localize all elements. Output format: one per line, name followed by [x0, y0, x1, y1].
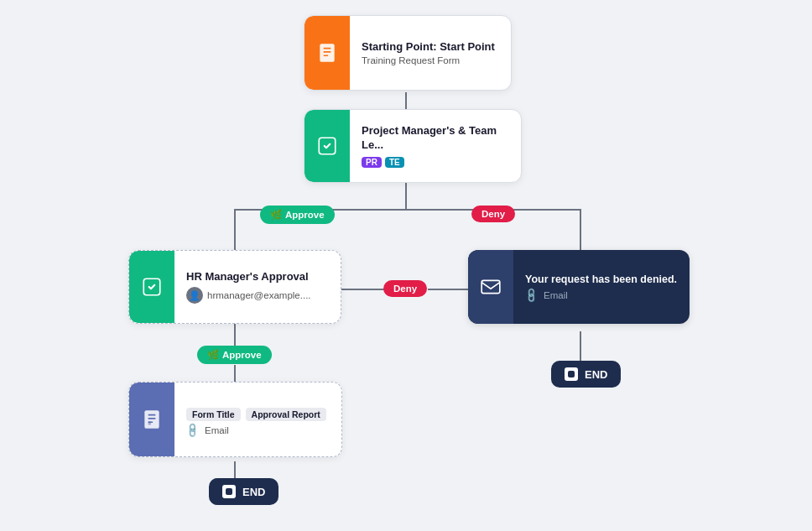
deny-label-1: Deny: [481, 209, 505, 219]
hr-icon: [129, 251, 174, 323]
hr-email: 👤 hrmanager@example....: [186, 287, 329, 304]
hr-title: HR Manager's Approval: [186, 270, 329, 284]
pm-team-node[interactable]: Project Manager's & Team Le... PR TE: [304, 109, 522, 183]
svg-rect-16: [481, 280, 500, 293]
svg-rect-17: [144, 410, 159, 429]
end-node-bottom[interactable]: END: [209, 478, 278, 505]
denied-title: Your request has been denied.: [525, 273, 678, 286]
deny-label-2: Deny: [393, 284, 417, 294]
approve-badge-1[interactable]: 🌿 Approve: [260, 206, 335, 224]
tag-pr: PR: [362, 157, 382, 168]
end-label-right: END: [585, 368, 607, 381]
approve-icon-2: 🌿: [207, 349, 219, 361]
link-icon-2: 🔗: [184, 421, 201, 439]
end-icon-right: [565, 367, 578, 381]
report-email-row: 🔗 Email: [186, 424, 330, 436]
report-icon: [129, 383, 174, 456]
pm-icon: [304, 110, 350, 182]
approve-badge-2[interactable]: 🌿 Approve: [197, 346, 272, 364]
hr-approval-node[interactable]: HR Manager's Approval 👤 hrmanager@exampl…: [128, 250, 341, 324]
pill-approval-report: Approval Report: [246, 408, 326, 421]
report-content: Form Title Approval Report 🔗 Email: [174, 395, 341, 445]
hr-avatar: 👤: [186, 287, 203, 304]
end-icon-bottom: [222, 485, 236, 498]
deny-badge-2[interactable]: Deny: [383, 280, 427, 297]
deny-badge-1[interactable]: Deny: [471, 206, 515, 222]
denied-content: Your request has been denied. 🔗 Email: [513, 264, 690, 310]
svg-rect-10: [320, 44, 334, 62]
start-icon: [304, 16, 350, 90]
approval-report-node[interactable]: Form Title Approval Report 🔗 Email: [128, 382, 342, 457]
report-pills: Form Title Approval Report: [186, 408, 330, 421]
start-subtitle: Training Request Form: [362, 55, 499, 65]
pill-form-title: Form Title: [186, 408, 241, 421]
approve-label-1: Approve: [285, 210, 325, 220]
pm-tags: PR TE: [362, 157, 509, 168]
start-title: Starting Point: Start Point: [362, 40, 499, 55]
tag-te: TE: [385, 157, 404, 168]
pm-title: Project Manager's & Team Le...: [362, 124, 509, 153]
end-label-bottom: END: [242, 486, 265, 498]
report-link-text: Email: [205, 425, 229, 435]
end-node-right[interactable]: END: [551, 361, 621, 388]
hr-email-text: hrmanager@example....: [207, 290, 311, 300]
approve-label-2: Approve: [222, 350, 262, 360]
start-content: Starting Point: Start Point Training Req…: [350, 32, 511, 75]
link-icon-1: 🔗: [523, 287, 540, 305]
workflow-canvas: Starting Point: Start Point Training Req…: [0, 0, 812, 531]
denied-email-node[interactable]: Your request has been denied. 🔗 Email: [468, 250, 690, 324]
denied-email-row: 🔗 Email: [525, 289, 678, 301]
denied-link-text: Email: [544, 290, 568, 300]
approve-icon-1: 🌿: [270, 209, 282, 221]
pm-content: Project Manager's & Team Le... PR TE: [350, 116, 521, 176]
denied-icon: [468, 250, 513, 324]
hr-content: HR Manager's Approval 👤 hrmanager@exampl…: [174, 262, 341, 313]
start-node[interactable]: Starting Point: Start Point Training Req…: [304, 15, 512, 91]
svg-rect-21: [148, 421, 151, 424]
